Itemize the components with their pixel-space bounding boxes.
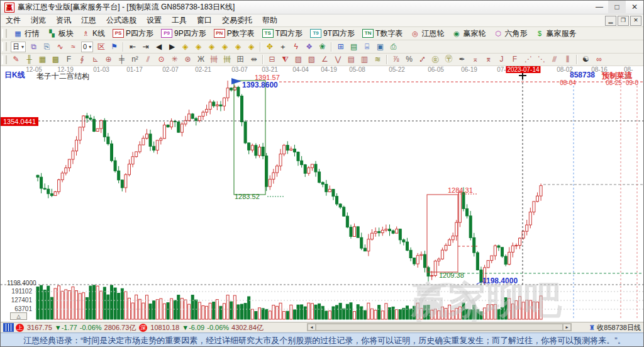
p-square-button[interactable]: PSP四方形 [109,27,157,40]
gann-angle-4-icon[interactable]: ◈ [219,42,231,52]
quotes-button[interactable]: ▦行情 [10,27,43,40]
angle-ruler-icon[interactable]: ⊾ [89,54,101,65]
top-line-icon[interactable]: ⌅ [469,54,481,65]
menu-item-1[interactable]: 浏览 [26,14,51,26]
gann-angle-6-icon[interactable]: ◈ [245,42,257,52]
calculator-icon[interactable]: ▤ [348,42,360,52]
pen-plus-icon[interactable]: ✒ [456,54,468,65]
winner-service-button[interactable]: $赢家服务 [531,27,579,40]
f-line-icon[interactable]: F [509,54,521,65]
bottom-line-icon[interactable]: ⌆ [482,54,494,65]
pen-icon[interactable]: ✎ [10,54,22,65]
period-dropdown[interactable]: 日▾ [11,42,26,52]
t-square-button[interactable]: TST四方形 [259,27,306,40]
kline-chart[interactable]: 12-0512-1901-0301-1702-0702-2103-0703-21… [1,66,644,322]
shade-grid-icon[interactable]: ▨ [292,54,304,65]
sz-index-value[interactable]: 10810.18 [150,324,179,331]
menu-item-4[interactable]: 公式选股 [101,14,142,26]
gann-line-icon[interactable]: ⫼ [562,54,574,65]
scrollbar-thumb[interactable] [316,324,563,331]
price-grid-icon[interactable]: ▦ [36,54,48,65]
volume-pane-toggle[interactable]: △ [10,312,27,320]
arrows-icon[interactable]: ⇹ [248,54,260,65]
mdi-close-button[interactable]: ✕ [630,16,641,26]
hand-tool-icon[interactable]: ✥ [264,42,275,52]
fan-lines-icon[interactable]: ⧨ [279,54,291,65]
gann-angle-2-icon[interactable]: ◈ [192,42,204,52]
gann-grid-icon[interactable]: ╫ [23,54,35,65]
blocks-button[interactable]: ▚板块 [44,27,77,40]
adjust-dropdown[interactable]: 0▾ [81,42,93,52]
zigzag-icon[interactable]: ϟ [290,42,302,52]
toolbar-grip[interactable] [2,42,7,51]
pattern-select-icon[interactable]: ⧉ [28,42,40,52]
hline-icon[interactable]: ⊟ [266,54,278,65]
gann-angle-3-icon[interactable]: ◈ [206,42,218,52]
gold-circle-icon[interactable]: ㊎ [430,54,441,65]
winner-wheel-button[interactable]: ◉赢家轮 [448,27,489,40]
vee-line-icon[interactable]: ⋁ [332,54,344,65]
mdi-restore-button[interactable]: ❐ [618,16,629,26]
menu-item-0[interactable]: 文件 [1,14,26,26]
last-page-icon[interactable]: ⇥ [140,42,152,52]
monitor-icon[interactable]: ⌸ [361,42,373,52]
n2-icon[interactable]: n² [129,54,141,65]
minimize-button[interactable]: — [591,1,608,13]
crosshair-icon[interactable]: ＋ [277,42,289,52]
region-icon[interactable]: 区 [95,42,107,52]
prev-icon[interactable]: ◀ [153,42,165,52]
time-ruler-icon[interactable]: ╪ [116,54,128,65]
yinyang-icon[interactable]: ☯ [580,54,592,65]
trend-chart2-icon[interactable]: ≈ [67,42,79,52]
gann-circle-icon[interactable]: ⊙ [155,54,167,65]
menu-item-7[interactable]: 窗口 [192,14,217,26]
star-icon[interactable]: ✳ [169,54,180,65]
angle-line-icon[interactable]: ∠ [319,54,331,65]
percent-icon[interactable]: % [403,54,415,65]
time-grid-icon[interactable]: ▩ [50,54,62,65]
toolbar-grip[interactable] [2,29,7,38]
p-number-button[interactable]: PNP数字表 [211,27,258,40]
title-bar[interactable]: 赢 赢家江恩专业版[赢家服务平台] - [预制菜流 GN858738-183日K… [1,1,644,14]
menu-item-8[interactable]: 交易委托 [217,14,257,26]
fall-line-icon[interactable]: ⋱ [535,54,547,65]
hatch-icon[interactable]: ▤ [345,54,357,65]
flag-icon[interactable]: ⚑ [108,42,120,52]
p9-square-button[interactable]: P99P四方形 [158,27,209,40]
calendar-icon[interactable]: ⊞ [335,42,347,52]
matrix-icon[interactable]: 田 [235,54,247,65]
j-line-icon[interactable]: J [496,54,508,65]
time-cycle-icon[interactable]: ⊕ [103,54,114,65]
horizontal-scrollbar[interactable]: ◂ ▸ [307,323,572,331]
menu-item-6[interactable]: 工具 [167,14,192,26]
speed-line-icon[interactable]: ⫻ [548,54,560,65]
fork-icon[interactable]: Ж [195,54,207,65]
trend-chart-icon[interactable]: ∿ [54,42,66,52]
face-icon[interactable]: ❀ [316,42,328,52]
menu-item-9[interactable]: 帮助 [257,14,282,26]
hexagon-button[interactable]: ⬡六角形 [490,27,530,40]
save-icon[interactable]: ▣ [374,42,386,52]
market-grid-icon[interactable] [3,323,14,332]
waves-icon[interactable]: ≋ [372,54,384,65]
scroll-right-arrow[interactable]: ▸ [563,324,571,331]
menu-item-5[interactable]: 设置 [142,14,167,26]
pct78-icon[interactable]: ⅞ [390,54,402,65]
slash-icon[interactable]: ⫽ [142,54,154,65]
pct-line-icon[interactable]: ⑇ [416,54,428,65]
gann-angle-1-icon[interactable]: ◈ [179,42,191,52]
candlestick-canvas[interactable] [1,66,644,322]
spider-web-icon[interactable]: ⊛ [182,54,194,65]
vhatch-icon[interactable]: ▥ [358,54,370,65]
t9-square-button[interactable]: T99T四方形 [307,27,358,40]
f-tool-icon[interactable]: F [63,54,75,65]
toolbar-grip[interactable] [2,55,7,64]
menu-item-2[interactable]: 资讯 [51,14,76,26]
web-icon[interactable]: ❖ [303,42,315,52]
spiral-icon[interactable]: ∮ [76,54,88,65]
printer-icon[interactable]: ⎙ [387,42,399,52]
mdi-minimize-button[interactable]: ▁ [605,16,616,26]
first-page-icon[interactable]: ⇤ [126,42,138,52]
scroll-left-arrow[interactable]: ◂ [308,324,316,331]
close-button[interactable]: ✕ [626,1,643,13]
